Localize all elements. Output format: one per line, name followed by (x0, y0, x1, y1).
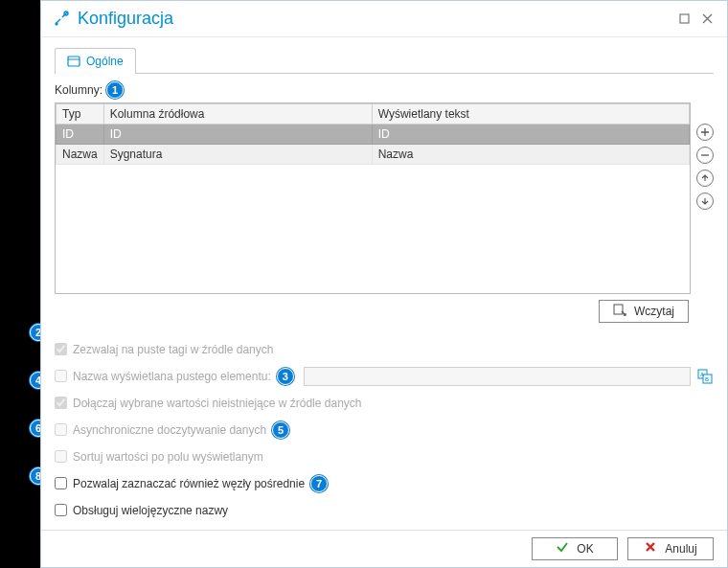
window-title: Konfiguracja (78, 9, 173, 29)
svg-rect-2 (68, 57, 80, 66)
opt-async-load: Asynchroniczne doczytywanie danych 5 (55, 420, 714, 440)
table-row[interactable]: Nazwa Sygnatura Nazwa (57, 144, 690, 164)
opt-append-missing: Dołączaj wybrane wartości nieistniejące … (55, 394, 714, 413)
grid-header-row: Typ Kolumna źródłowa Wyświetlany tekst (57, 103, 690, 124)
load-icon (613, 303, 626, 319)
cell-source: ID (103, 124, 372, 144)
callout-badge-3: 3 (277, 368, 294, 385)
dialog-footer: OK Anuluj (41, 530, 727, 567)
checkbox-empty-display-name (55, 370, 67, 382)
cell-display: Nazwa (372, 144, 689, 164)
load-button[interactable]: Wczytaj (599, 300, 689, 323)
titlebar: Konfiguracja (41, 1, 727, 37)
grid-header-type[interactable]: Typ (57, 103, 104, 124)
columns-label: Kolumny: (55, 83, 102, 97)
ok-button[interactable]: OK (532, 537, 618, 560)
columns-grid[interactable]: Typ Kolumna źródłowa Wyświetlany tekst I… (55, 102, 691, 294)
tools-icon (53, 10, 70, 27)
opt-multilang-names[interactable]: Obsługuj wielojęzyczne nazwy (55, 501, 714, 520)
callout-badge-7: 7 (310, 475, 328, 492)
opt-allow-intermediate-nodes[interactable]: Pozwalaj zaznaczać również węzły pośredn… (55, 474, 714, 493)
table-row[interactable]: ID ID ID (57, 124, 690, 144)
opt-label: Zezwalaj na puste tagi w źródle danych (73, 343, 273, 356)
remove-row-button[interactable] (696, 147, 714, 164)
tab-label: Ogólne (86, 55, 124, 68)
checkbox-allow-empty-tags (55, 343, 67, 355)
checkbox-sort-by-display (55, 450, 67, 463)
move-up-button[interactable] (696, 170, 714, 187)
opt-label: Dołączaj wybrane wartości nieistniejące … (73, 397, 361, 410)
callout-badge-1: 1 (106, 81, 124, 99)
translate-icon[interactable]: AB (696, 368, 714, 385)
svg-text:B: B (705, 376, 709, 382)
grid-header-source[interactable]: Kolumna źródłowa (103, 103, 372, 124)
opt-label: Asynchroniczne doczytywanie danych (73, 423, 266, 437)
cell-source: Sygnatura (103, 144, 372, 164)
opt-label: Nazwa wyświetlana pustego elementu: (73, 370, 271, 383)
grid-header-display[interactable]: Wyświetlany tekst (372, 103, 689, 124)
cell-type: ID (57, 124, 104, 144)
load-button-label: Wczytaj (634, 305, 674, 318)
callout-badge-5: 5 (272, 421, 289, 439)
cancel-button-label: Anuluj (665, 542, 696, 556)
move-down-button[interactable] (696, 193, 714, 210)
add-row-button[interactable] (696, 124, 714, 141)
tab-general[interactable]: Ogólne (55, 48, 136, 74)
ok-button-label: OK (577, 542, 593, 556)
cancel-icon (644, 540, 657, 557)
tab-icon (67, 55, 80, 68)
check-icon (556, 540, 569, 557)
maximize-button[interactable] (675, 10, 693, 27)
svg-rect-3 (614, 305, 623, 314)
svg-rect-1 (680, 14, 689, 23)
checkbox-multilang-names[interactable] (55, 504, 67, 516)
checkbox-allow-intermediate-nodes[interactable] (55, 477, 67, 489)
opt-allow-empty-tags: Zezwalaj na puste tagi w źródle danych (55, 340, 714, 359)
close-button[interactable] (698, 10, 716, 27)
cell-display: ID (372, 124, 689, 144)
grid-side-buttons (696, 102, 714, 294)
opt-sort-by-display: Sortuj wartości po polu wyświetlanym (55, 447, 714, 466)
opt-label: Pozwalaj zaznaczać również węzły pośredn… (73, 477, 305, 490)
cancel-button[interactable]: Anuluj (627, 537, 714, 560)
opt-empty-display-name: Nazwa wyświetlana pustego elementu: 3 AB (55, 367, 714, 386)
cell-type: Nazwa (57, 144, 104, 164)
tabstrip: Ogólne (55, 47, 714, 74)
empty-display-name-input (304, 367, 691, 386)
checkbox-append-missing (55, 397, 67, 409)
config-dialog: Konfiguracja Ogólne Kolumny: 1 (40, 0, 728, 568)
svg-text:A: A (700, 372, 704, 377)
opt-label: Sortuj wartości po polu wyświetlanym (73, 450, 263, 464)
opt-label: Obsługuj wielojęzyczne nazwy (73, 504, 228, 517)
checkbox-async-load (55, 423, 67, 436)
